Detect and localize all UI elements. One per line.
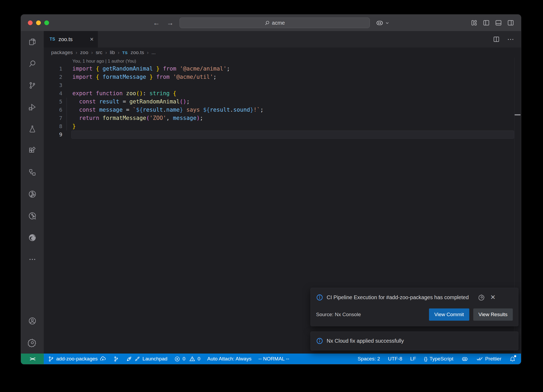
vim-mode-status-item[interactable]: -- NORMAL -- [258, 356, 289, 362]
editor-more-actions-icon[interactable]: ⋯ [507, 35, 514, 43]
extensions-icon[interactable] [21, 140, 44, 162]
account-icon[interactable] [21, 310, 44, 332]
code-line[interactable]: 7 return formatMessage('ZOO', message); [44, 114, 521, 122]
activity-bar [21, 31, 44, 354]
copilot-icon[interactable] [376, 19, 384, 27]
prettier-status-item[interactable]: Prettier [476, 355, 501, 362]
language-label: TypeScript [430, 356, 453, 362]
code-line[interactable]: 6 const message = `${result.name} says $… [44, 106, 521, 114]
problems-status-item[interactable]: 0 0 [174, 356, 200, 362]
breadcrumb-item[interactable]: zoo [80, 50, 88, 55]
chevron-down-icon[interactable] [385, 21, 389, 25]
code-line[interactable]: 2import { formatMessage } from '@acme/ut… [44, 73, 521, 81]
notification-message: CI Pipeline Execution for #add-zoo-packa… [327, 293, 475, 302]
zoom-window-button[interactable] [44, 20, 49, 25]
settings-gear-icon[interactable] [21, 332, 44, 354]
auto-attach-status-item[interactable]: Auto Attach: Always [207, 356, 252, 362]
code-text: return formatMessage('ZOO', message); [62, 114, 203, 122]
notification-source: Source: Nx Console [316, 312, 361, 317]
command-center-search[interactable]: acme [179, 18, 370, 28]
search-view-icon[interactable] [21, 53, 44, 75]
code-line[interactable]: 8} [44, 122, 521, 130]
close-tab-icon[interactable]: × [90, 36, 94, 42]
copilot-icon [461, 355, 468, 362]
edge-tools-icon[interactable] [21, 227, 44, 249]
line-number: 5 [44, 98, 62, 106]
gitlens-inspect-icon[interactable] [21, 205, 44, 227]
line-number: 2 [44, 73, 62, 81]
code-text: import { formatMessage } from '@acme/uti… [62, 73, 217, 81]
code-line[interactable]: 5 const result = getRandomAnimal(); [44, 98, 521, 106]
toggle-primary-sidebar-icon[interactable] [483, 19, 490, 26]
view-results-button[interactable]: View Results [473, 308, 513, 321]
breadcrumb-item[interactable]: packages [51, 50, 73, 55]
title-bar: ← → acme [21, 15, 521, 31]
run-debug-icon[interactable] [21, 96, 44, 118]
gitlens-icon[interactable] [21, 183, 44, 205]
traffic-lights [28, 15, 49, 31]
source-control-icon[interactable] [21, 75, 44, 96]
language-status-item[interactable]: {} TypeScript [424, 356, 453, 362]
braces-icon: {} [424, 356, 427, 362]
minimize-window-button[interactable] [36, 20, 41, 25]
encoding-status-item[interactable]: UTF-8 [388, 356, 402, 362]
tab-label: zoo.ts [58, 36, 72, 42]
nx-console-icon[interactable] [21, 162, 44, 183]
toggle-secondary-sidebar-icon[interactable] [507, 19, 514, 26]
code-line[interactable]: 9 [44, 130, 521, 139]
rocket-icon [126, 356, 132, 362]
current-line-highlight [71, 130, 514, 139]
back-arrow-icon[interactable]: ← [153, 19, 160, 27]
code-text: import { getRandomAnimal } from '@acme/a… [62, 65, 230, 73]
code-line[interactable]: 1import { getRandomAnimal } from '@acme/… [44, 65, 521, 73]
line-number: 9 [44, 130, 62, 139]
more-views-icon[interactable] [21, 249, 44, 270]
commit-graph-icon [113, 356, 119, 362]
code-text: export function zoo(): string { [62, 89, 176, 98]
search-icon [265, 20, 270, 25]
codelens-blame[interactable]: You, 1 hour ago | 1 author (You) [44, 58, 521, 65]
line-number: 8 [44, 122, 62, 130]
indentation-status-item[interactable]: Spaces: 2 [358, 356, 380, 362]
breadcrumb-item[interactable]: src [96, 50, 102, 55]
breadcrumb-file[interactable]: zoo.ts [131, 50, 144, 55]
tab-zoo-ts[interactable]: TS zoo.ts × [44, 31, 98, 47]
toggle-panel-icon[interactable] [495, 19, 502, 26]
commit-graph-status-item[interactable] [113, 356, 119, 362]
search-value: acme [272, 20, 285, 26]
breadcrumb-more[interactable]: ... [151, 50, 156, 55]
notification-message: Nx Cloud fix applied successfully [327, 338, 404, 344]
remote-indicator[interactable]: >< [21, 354, 44, 364]
vscode-window: ← → acme [21, 14, 521, 364]
code-text [62, 130, 72, 139]
tab-bar: TS zoo.ts × ⋯ [44, 31, 521, 47]
typescript-file-icon: TS [122, 50, 128, 55]
testing-icon[interactable] [21, 118, 44, 140]
plug-icon [134, 356, 140, 362]
close-window-button[interactable] [28, 20, 33, 25]
split-editor-icon[interactable] [493, 36, 500, 43]
code-lines: 1import { getRandomAnimal } from '@acme/… [44, 65, 521, 139]
branch-status-item[interactable]: add-zoo-packages [48, 356, 106, 362]
eol-status-item[interactable]: LF [410, 356, 416, 362]
code-line[interactable]: 3 [44, 81, 521, 89]
notification-close-icon[interactable]: ✕ [490, 294, 496, 300]
launchpad-status-item[interactable]: Launchpad [126, 356, 167, 362]
line-number: 7 [44, 114, 62, 122]
explorer-icon[interactable] [21, 31, 44, 53]
notification-settings-gear-icon[interactable] [479, 294, 485, 300]
notifications-bell[interactable] [509, 356, 516, 362]
info-icon [316, 337, 323, 345]
customize-layout-icon[interactable] [471, 19, 478, 26]
forward-arrow-icon[interactable]: → [167, 19, 174, 27]
copilot-status-item[interactable] [461, 355, 468, 362]
code-line[interactable]: 4export function zoo(): string { [44, 89, 521, 98]
notification-pipeline: CI Pipeline Execution for #add-zoo-packa… [310, 288, 518, 326]
notification-fix: Nx Cloud fix applied successfully [310, 332, 518, 350]
code-text: const result = getRandomAnimal(); [62, 98, 190, 106]
typescript-file-icon: TS [50, 37, 55, 42]
line-number: 6 [44, 106, 62, 114]
breadcrumb-item[interactable]: lib [110, 50, 115, 55]
launchpad-label: Launchpad [142, 356, 167, 362]
view-commit-button[interactable]: View Commit [429, 308, 469, 321]
